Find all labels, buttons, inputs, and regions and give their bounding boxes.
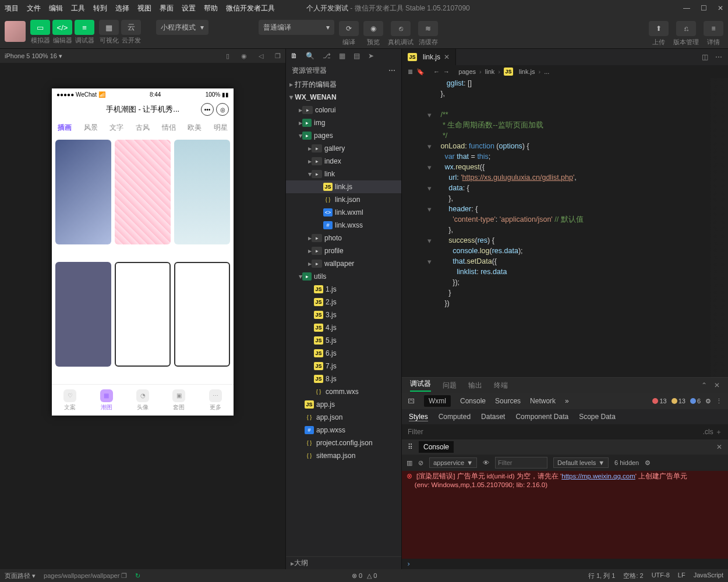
tree-node[interactable]: #app.wxss (286, 424, 401, 436)
dbg-tab[interactable]: 输出 (468, 381, 482, 391)
status-item[interactable]: LF (678, 572, 685, 580)
menu-item[interactable]: 设置 (182, 4, 196, 12)
bottom-nav-item[interactable]: ▣套图 (161, 385, 197, 416)
tree-node[interactable]: { }app.json (286, 411, 401, 424)
tree-node[interactable]: JS4.js (286, 321, 401, 334)
capsule-menu-icon[interactable]: ••• (201, 103, 214, 116)
dbg-tab[interactable]: 问题 (443, 381, 457, 391)
visual-button[interactable]: ▦ (99, 20, 119, 35)
menu-item[interactable]: 工具 (71, 4, 85, 12)
file-tree[interactable]: 打开的编辑器 WX_WENAN ▸colorui▸img▸pages▸galle… (286, 78, 401, 556)
phone-tab[interactable]: 古风 (130, 123, 156, 133)
breadcrumb[interactable]: ≣ 🔖 ← → pages› link› JSlink.js› ... (402, 65, 728, 78)
style-tab[interactable]: Component Data (515, 413, 568, 421)
style-tab[interactable]: Styles (409, 413, 428, 421)
status-item[interactable]: UTF-8 (652, 572, 670, 580)
outline-section[interactable]: 大纲 (286, 556, 401, 569)
tree-node[interactable]: <>link.wxml (286, 206, 401, 219)
devtools-tab[interactable]: Console (460, 397, 486, 405)
maximize-icon[interactable]: ☐ (701, 4, 707, 12)
phone-tab[interactable]: 插画 (52, 123, 78, 133)
simulator-button[interactable]: ▭ (30, 20, 50, 35)
bottom-nav-item[interactable]: ▦潮图 (88, 385, 124, 416)
close-icon[interactable]: ✕ (718, 4, 723, 12)
inspect-icon[interactable]: ⮹ (408, 397, 415, 405)
tree-node[interactable]: JSlink.js (286, 180, 401, 193)
tree-node[interactable]: JS6.js (286, 347, 401, 360)
editor-tab-active[interactable]: JS link.js ✕ (402, 49, 456, 65)
dbg-tab[interactable]: 终端 (494, 381, 508, 391)
style-tab[interactable]: Computed (439, 413, 471, 421)
devtools-tabs[interactable]: ⮹ WxmlConsoleSourcesNetwork»13136⚙⋮ (402, 393, 728, 409)
menu-item[interactable]: 界面 (160, 4, 174, 12)
phone-grid[interactable] (52, 136, 234, 384)
tree-node[interactable]: #link.wxss (286, 219, 401, 232)
style-tab[interactable]: Scope Data (579, 413, 616, 421)
close-tab-icon[interactable]: ✕ (444, 53, 450, 61)
split-icon[interactable]: ◫ (702, 53, 708, 61)
menu-item[interactable]: 文件 (27, 4, 41, 12)
chevron-up-icon[interactable]: ⌃ (701, 381, 707, 389)
dbg-tab[interactable]: 调试器 (410, 379, 431, 392)
tree-node[interactable]: { }comm.wxs (286, 385, 401, 398)
tree-node[interactable]: ▸utils (286, 270, 401, 283)
add-style-icon[interactable]: ＋ (715, 428, 722, 436)
compile-mode-select[interactable]: 普通编译▾ (259, 20, 334, 35)
tree-node[interactable]: ▸profile (286, 244, 401, 257)
clear-console-icon[interactable]: ⊘ (418, 459, 423, 467)
phone-tab[interactable]: 情侣 (156, 123, 182, 133)
tree-node[interactable]: ▸photo (286, 232, 401, 244)
tree-node[interactable]: ▸wallpaper (286, 257, 401, 270)
sidebar-toggle-icon[interactable]: ▥ (407, 459, 412, 467)
list-icon[interactable]: ≣ (408, 68, 413, 76)
menu-item[interactable]: 帮助 (204, 4, 218, 12)
tree-node[interactable]: JS2.js (286, 296, 401, 308)
tree-node[interactable]: { }project.config.json (286, 436, 401, 449)
tree-node[interactable]: ▸link (286, 168, 401, 180)
files-icon[interactable]: 🗎 (291, 52, 298, 60)
phone-simulator[interactable]: ●●●●● WeChat 📶 8:44 100% ▮▮ 手机潮图 - 让手机秀.… (52, 88, 234, 416)
debug-tabs[interactable]: 调试器问题输出终端 ⌃ ✕ (402, 378, 728, 393)
devtools-tab[interactable]: Wxml (424, 395, 451, 407)
tree-node[interactable]: JS1.js (286, 283, 401, 296)
phone-tab[interactable]: 欧美 (182, 123, 208, 133)
minimap[interactable] (711, 78, 728, 377)
clearcache-button[interactable]: ≋ (418, 21, 438, 36)
console-filter-input[interactable] (495, 457, 547, 469)
more-tabs-icon[interactable]: » (565, 397, 569, 405)
filter-input[interactable]: Filter (408, 428, 423, 436)
status-item[interactable]: JavaScript (694, 572, 723, 580)
upload-button[interactable]: ⬆ (649, 21, 669, 36)
tree-node[interactable]: JS3.js (286, 308, 401, 321)
phone-tab[interactable]: 文字 (104, 123, 130, 133)
hidden-count[interactable]: 6 hidden (614, 459, 639, 466)
forward-icon[interactable]: → (443, 68, 450, 75)
devtools-tab[interactable]: Sources (495, 397, 521, 405)
phone-tab[interactable]: 风景 (78, 123, 104, 133)
multiwin-icon[interactable]: ❐ (275, 52, 281, 60)
menu-item[interactable]: 微信开发者工具 (226, 4, 275, 12)
realdevice-button[interactable]: ⎋ (391, 21, 411, 36)
version-button[interactable]: ⎌ (676, 21, 696, 36)
phone-tabs[interactable]: 插画风景文字古风情侣欧美明星 (52, 119, 234, 136)
styles-tabs[interactable]: StylesComputedDatasetComponent DataScope… (402, 409, 728, 424)
menu-item[interactable]: 编辑 (49, 4, 63, 12)
status-item[interactable]: 行 1, 列 1 (588, 572, 615, 580)
avatar[interactable] (5, 21, 26, 42)
devtools-tab[interactable]: Network (530, 397, 556, 405)
menu-item[interactable]: 选择 (115, 4, 129, 12)
minimize-icon[interactable]: — (683, 4, 690, 12)
menu-item[interactable]: 转到 (93, 4, 107, 12)
sync-icon[interactable]: ↻ (135, 572, 140, 580)
panel-close-icon[interactable]: ✕ (714, 381, 720, 389)
devtools-gear-icon[interactable]: ⚙ (705, 398, 711, 405)
tree-node[interactable]: ▸colorui (286, 104, 401, 116)
bookmark-icon[interactable]: 🔖 (416, 68, 425, 76)
tree-node[interactable]: JS7.js (286, 360, 401, 372)
branch-icon[interactable]: ⎇ (323, 52, 331, 60)
tree-node[interactable]: ▸img (286, 116, 401, 129)
console-prompt[interactable]: › (402, 559, 728, 569)
tree-node[interactable]: { }link.json (286, 193, 401, 206)
eye-icon[interactable]: 👁 (483, 459, 489, 466)
tree-node[interactable]: JS5.js (286, 334, 401, 347)
